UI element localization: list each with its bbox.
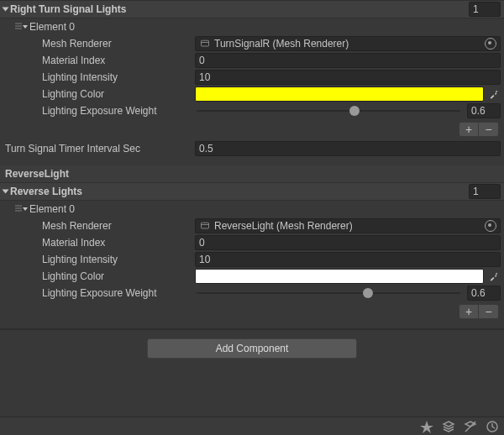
object-field-text: TurnSignalR (Mesh Renderer) — [214, 38, 485, 50]
slider-thumb[interactable] — [349, 106, 360, 116]
drag-handle-icon[interactable] — [15, 205, 22, 213]
array-buttons: + − — [0, 119, 504, 140]
field-label: Material Index — [42, 237, 195, 249]
foldout-icon — [23, 25, 28, 29]
number-input[interactable] — [195, 70, 501, 85]
number-input[interactable] — [195, 235, 501, 250]
field-label: Mesh Renderer — [42, 220, 195, 232]
mesh-renderer-icon — [199, 221, 211, 231]
auto-generate-lighting-icon[interactable] — [420, 420, 433, 433]
field-material-index: Material Index — [0, 52, 504, 69]
array-header-reverse[interactable]: Reverse Lights — [0, 182, 504, 201]
field-timer-interval: Turn Signal Timer Interval Sec — [0, 140, 504, 157]
number-input[interactable] — [195, 252, 501, 267]
field-lighting-intensity: Lighting Intensity — [0, 69, 504, 86]
eyedropper-icon[interactable] — [487, 270, 501, 283]
field-label: Lighting Intensity — [42, 71, 195, 83]
slider[interactable] — [197, 110, 460, 112]
element-label: Element 0 — [29, 203, 75, 215]
remove-element-button[interactable]: − — [479, 122, 499, 137]
add-component-button[interactable]: Add Component — [147, 338, 357, 359]
status-bar — [0, 417, 504, 435]
field-mesh-renderer: Mesh Renderer ReverseLight (Mesh Rendere… — [0, 218, 504, 234]
field-lighting-intensity: Lighting Intensity — [0, 251, 504, 268]
eyedropper-icon[interactable] — [487, 87, 501, 101]
number-input[interactable] — [195, 53, 501, 68]
object-field[interactable]: ReverseLight (Mesh Renderer) — [195, 218, 501, 233]
layers-icon[interactable] — [442, 420, 455, 433]
field-material-index: Material Index — [0, 234, 504, 251]
element-header[interactable]: Element 0 — [0, 18, 504, 35]
field-lighting-exposure-weight: Lighting Exposure Weight — [0, 102, 504, 119]
object-field[interactable]: TurnSignalR (Mesh Renderer) — [195, 36, 501, 51]
field-label: Lighting Color — [42, 270, 195, 282]
remove-element-button[interactable]: − — [479, 304, 499, 319]
array-size-input[interactable] — [469, 184, 501, 199]
add-element-button[interactable]: + — [459, 122, 479, 137]
field-lighting-exposure-weight: Lighting Exposure Weight — [0, 285, 504, 301]
field-lighting-color: Lighting Color — [0, 268, 504, 285]
object-picker-icon[interactable] — [485, 38, 496, 50]
color-swatch[interactable] — [195, 269, 484, 284]
section-heading-reverselight: ReverseLight — [0, 165, 504, 182]
field-label: Lighting Intensity — [42, 254, 195, 265]
mesh-renderer-icon — [199, 39, 211, 49]
foldout-icon — [3, 8, 9, 12]
object-field-text: ReverseLight (Mesh Renderer) — [214, 220, 485, 232]
svg-rect-0 — [202, 40, 209, 46]
field-label: Lighting Exposure Weight — [42, 105, 195, 117]
svg-rect-1 — [202, 223, 209, 228]
field-label: Lighting Color — [42, 88, 195, 100]
element-header[interactable]: Element 0 — [0, 201, 504, 218]
layers-off-icon[interactable] — [464, 420, 477, 433]
foldout-icon — [23, 207, 28, 211]
drag-handle-icon[interactable] — [15, 23, 22, 31]
slider-value-input[interactable] — [467, 103, 501, 118]
field-lighting-color: Lighting Color — [0, 86, 504, 102]
add-element-button[interactable]: + — [459, 304, 479, 319]
object-picker-icon[interactable] — [485, 220, 496, 232]
slider[interactable] — [197, 292, 460, 294]
array-size-input[interactable] — [469, 2, 501, 17]
refresh-icon[interactable] — [486, 420, 499, 433]
element-label: Element 0 — [29, 21, 75, 33]
field-label: Turn Signal Timer Interval Sec — [5, 143, 195, 155]
add-component-area: Add Component — [0, 329, 504, 367]
foldout-icon — [3, 190, 9, 194]
array-buttons: + − — [0, 301, 504, 322]
field-label: Lighting Exposure Weight — [42, 287, 195, 299]
slider-value-input[interactable] — [467, 286, 501, 301]
number-input[interactable] — [195, 141, 501, 156]
field-mesh-renderer: Mesh Renderer TurnSignalR (Mesh Renderer… — [0, 35, 504, 52]
array-title: Reverse Lights — [10, 186, 469, 197]
slider-thumb[interactable] — [363, 288, 373, 298]
array-title: Right Turn Signal Lights — [10, 3, 469, 15]
field-label: Material Index — [42, 55, 195, 66]
field-label: Mesh Renderer — [42, 38, 195, 50]
color-swatch[interactable] — [195, 86, 484, 102]
array-header-right-turn[interactable]: Right Turn Signal Lights — [0, 0, 504, 18]
